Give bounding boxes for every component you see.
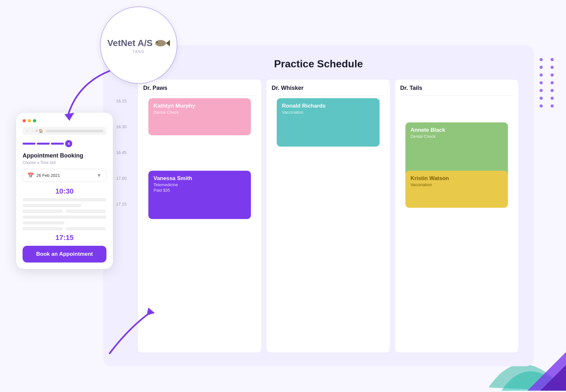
schedule-grid: 16.15 16.30 16.45 17.00 17.15 Dr. Paws K…: [116, 80, 521, 352]
book-appointment-button[interactable]: Book an Appointment: [23, 246, 106, 263]
dropdown-chevron: ▼: [96, 173, 102, 178]
appointment-kathtyn[interactable]: Kathtyn Murphy Dental Check: [148, 98, 251, 135]
vanessa-name: Vanessa Smith: [154, 175, 246, 182]
list-row-5: [23, 221, 65, 225]
booking-title: Appointment Booking: [23, 152, 106, 159]
date-picker[interactable]: 📅 26 Feb 2021 ▼: [23, 169, 106, 182]
annete-name: Annete Black: [411, 127, 503, 133]
kathtyn-name: Kathtyn Murphy: [154, 103, 246, 109]
logo-inner: VetNet A/S TANG: [107, 37, 170, 53]
fish-icon: [154, 37, 170, 50]
schedule-title: Practice Schedule: [116, 58, 521, 70]
kristin-type: Vaccination: [411, 182, 503, 187]
logo-name: VetNet A/S: [107, 38, 153, 48]
svg-marker-4: [166, 40, 170, 46]
ronald-type: Vaccination: [282, 110, 374, 115]
list-row-pair-2: [23, 227, 106, 230]
list-row-6b: [65, 227, 106, 230]
list-row-1: [23, 198, 106, 201]
dot-yellow: [28, 119, 31, 122]
list-row-3a: [23, 210, 63, 213]
vanessa-paid: Paid $35: [154, 188, 246, 193]
time-slot-bottom: 17:15: [23, 234, 106, 242]
step-2: [37, 143, 50, 145]
kristin-name: Kristin Watson: [411, 175, 503, 182]
svg-point-5: [156, 41, 158, 43]
vanessa-type: Telemedicine: [154, 182, 246, 187]
list-row-3b: [65, 210, 106, 213]
dot-green: [33, 119, 36, 122]
svg-marker-6: [65, 113, 74, 121]
list-row-2: [23, 204, 81, 207]
time-slot-top: 10:30: [23, 187, 106, 196]
list-row-4: [23, 215, 106, 219]
whisker-slots: Ronald Richards Vaccination: [272, 98, 384, 227]
doctor-whisker-name: Dr. Whisker: [272, 80, 384, 96]
annete-type: Dental Check: [411, 134, 503, 139]
paws-slots: Kathtyn Murphy Dental Check Vanessa Smit…: [143, 98, 256, 227]
list-row-pair-1: [23, 210, 106, 213]
doctor-col-whisker: Dr. Whisker Ronald Richards Vaccination: [266, 80, 390, 352]
logo-sub: TANG: [133, 50, 145, 53]
svg-marker-7: [147, 308, 155, 315]
progress-row: 4: [23, 140, 106, 147]
arrow-up-right: [97, 302, 161, 360]
appointment-ronald[interactable]: Ronald Richards Vaccination: [277, 98, 379, 147]
step-current: 4: [65, 140, 72, 147]
list-rows: [23, 198, 106, 230]
step-3: [51, 143, 64, 145]
booking-subtitle: Choose a Time slot: [23, 160, 106, 165]
time-1645: 16.45: [116, 149, 135, 175]
tails-slots: Annete Black Dental Check Kristin Watson…: [400, 98, 513, 227]
list-row-6a: [23, 227, 63, 230]
selected-date: 26 Feb 2021: [36, 173, 60, 178]
doctor-paws-name: Dr. Paws: [143, 80, 256, 96]
step-1: [23, 143, 35, 145]
schedule-panel: Practice Schedule 16.15 16.30 16.45 17.0…: [103, 45, 534, 366]
calendar-icon: 📅: [27, 172, 34, 178]
appointment-kristin[interactable]: Kristin Watson Vaccination: [405, 171, 508, 208]
doctor-tails-name: Dr. Tails: [400, 80, 513, 96]
appointment-vanessa[interactable]: Vanessa Smith Telemedicine Paid $35: [148, 171, 251, 219]
time-1700: 17.00: [116, 175, 135, 200]
mobile-mockup: ← → ↺ 🏠 4 Appointment Booking Choose a T…: [16, 113, 113, 269]
time-1715: 17.15: [116, 200, 135, 226]
kathtyn-type: Dental Check: [154, 110, 246, 115]
url-bar-fill: [46, 130, 103, 132]
date-left: 📅 26 Feb 2021: [27, 172, 60, 178]
url-nav-icons: ← → ↺ 🏠: [26, 129, 43, 133]
dot-red: [23, 119, 26, 122]
ronald-name: Ronald Richards: [282, 103, 374, 109]
doctor-col-tails: Dr. Tails Annete Black Dental Check Kris…: [395, 80, 518, 352]
logo-circle: VetNet A/S TANG: [100, 6, 177, 84]
